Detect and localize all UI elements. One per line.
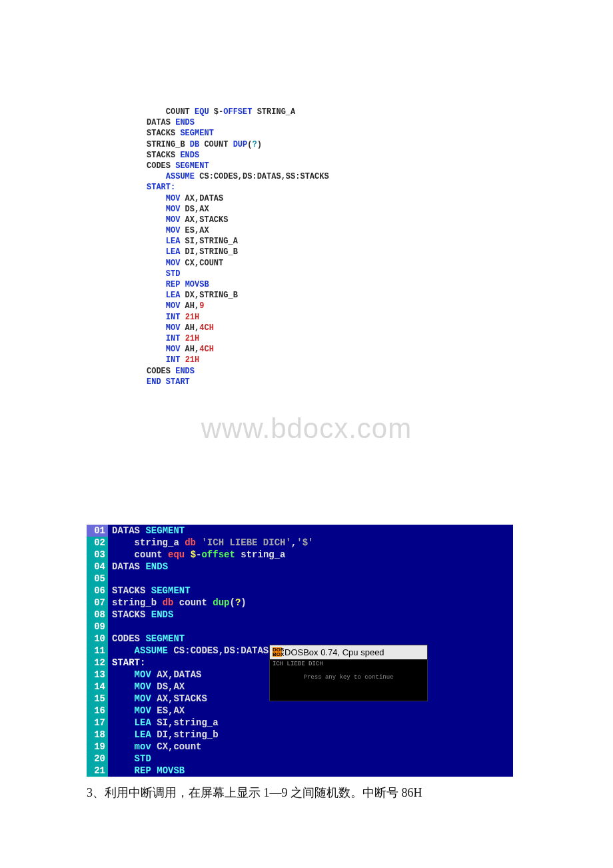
code-line: DATAS ENDS: [147, 117, 613, 128]
editor-row[interactable]: 06STACKS SEGMENT: [87, 585, 513, 597]
code-line: STD: [147, 269, 613, 279]
code-line: INT 21H: [147, 312, 613, 323]
watermark: www.bdocx.com: [0, 413, 613, 445]
code-line: MOV ES,AX: [147, 225, 613, 236]
line-number: 12: [87, 657, 108, 669]
code-line: ASSUME CS:CODES,DS:DATAS,SS:STACKS: [147, 171, 613, 182]
code-cell[interactable]: string_b db count dup(?): [108, 597, 513, 609]
line-number: 15: [87, 693, 108, 705]
dosbox-output-line: ICH LIEBE DICH: [273, 661, 424, 667]
editor-row[interactable]: 07string_b db count dup(?): [87, 597, 513, 609]
code-line: LEA SI,STRING_A: [147, 236, 613, 247]
line-number: 08: [87, 609, 108, 621]
code-line: STACKS ENDS: [147, 150, 613, 161]
editor-row[interactable]: 21 REP MOVSB: [87, 765, 513, 777]
line-number: 18: [87, 729, 108, 741]
line-number: 11: [87, 645, 108, 657]
editor-row[interactable]: 19 mov CX,count: [87, 741, 513, 753]
line-number: 19: [87, 741, 108, 753]
exercise-caption: 3、利用中断调用，在屏幕上显示 1—9 之间随机数。中断号 86H: [87, 785, 613, 801]
line-number: 04: [87, 561, 108, 573]
line-number: 14: [87, 681, 108, 693]
dosbox-title-text: DOSBox 0.74, Cpu speed: [285, 647, 384, 657]
code-cell[interactable]: LEA DI,string_b: [108, 729, 513, 741]
code-cell[interactable]: count equ $-offset string_a: [108, 549, 513, 561]
code-line: INT 21H: [147, 333, 613, 344]
code-line: MOV CX,COUNT: [147, 258, 613, 269]
code-cell[interactable]: CODES SEGMENT: [108, 633, 513, 645]
code-cell[interactable]: MOV ES,AX: [108, 705, 513, 717]
code-cell[interactable]: LEA SI,string_a: [108, 717, 513, 729]
code-line: CODES SEGMENT: [147, 161, 613, 171]
code-line: START:: [147, 182, 613, 193]
line-number: 07: [87, 597, 108, 609]
code-cell[interactable]: REP MOVSB: [108, 765, 513, 777]
code-line: STACKS SEGMENT: [147, 128, 613, 139]
line-number: 05: [87, 573, 108, 585]
code-line: MOV AX,STACKS: [147, 215, 613, 225]
editor-row[interactable]: 04DATAS ENDS: [87, 561, 513, 573]
code-editor-area: 01DATAS SEGMENT02 string_a db 'ICH LIEBE…: [87, 525, 513, 777]
code-line: COUNT EQU $-OFFSET STRING_A: [147, 107, 613, 117]
code-cell[interactable]: STACKS SEGMENT: [108, 585, 513, 597]
editor-row[interactable]: 09: [87, 621, 513, 633]
editor-row[interactable]: 05: [87, 573, 513, 585]
dosbox-window[interactable]: DOSBOX DOSBox 0.74, Cpu speed ICH LIEBE …: [269, 645, 428, 701]
line-number: 17: [87, 717, 108, 729]
dosbox-press-any-key: Press any key to continue: [273, 674, 424, 681]
code-line: MOV AX,DATAS: [147, 193, 613, 204]
code-line: STRING_B DB COUNT DUP(?): [147, 139, 613, 150]
code-cell[interactable]: DATAS SEGMENT: [108, 525, 513, 537]
code-cell[interactable]: [108, 573, 513, 585]
code-cell[interactable]: string_a db 'ICH LIEBE DICH','$': [108, 537, 513, 549]
line-number: 16: [87, 705, 108, 717]
code-line: LEA DI,STRING_B: [147, 247, 613, 257]
line-number: 03: [87, 549, 108, 561]
editor-row[interactable]: 03 count equ $-offset string_a: [87, 549, 513, 561]
line-number: 21: [87, 765, 108, 777]
line-number: 20: [87, 753, 108, 765]
code-cell[interactable]: STACKS ENDS: [108, 609, 513, 621]
line-number: 09: [87, 621, 108, 633]
line-number: 06: [87, 585, 108, 597]
editor-row[interactable]: 18 LEA DI,string_b: [87, 729, 513, 741]
code-line: MOV AH,4CH: [147, 344, 613, 355]
code-line: MOV DS,AX: [147, 204, 613, 215]
code-line: MOV AH,9: [147, 301, 613, 311]
code-line: INT 21H: [147, 355, 613, 365]
editor-row[interactable]: 01DATAS SEGMENT: [87, 525, 513, 537]
line-number: 10: [87, 633, 108, 645]
code-cell[interactable]: [108, 621, 513, 633]
dosbox-titlebar[interactable]: DOSBOX DOSBox 0.74, Cpu speed: [270, 645, 427, 659]
editor-row[interactable]: 20 STD: [87, 753, 513, 765]
editor-row[interactable]: 08STACKS ENDS: [87, 609, 513, 621]
line-number: 01: [87, 525, 108, 537]
code-line: END START: [147, 377, 613, 387]
code-cell[interactable]: STD: [108, 753, 513, 765]
dosbox-output: ICH LIEBE DICH Press any key to continue: [270, 659, 427, 701]
dosbox-icon: DOSBOX: [273, 647, 282, 657]
code-line: MOV AH,4CH: [147, 323, 613, 333]
code-line: CODES ENDS: [147, 366, 613, 377]
editor-row[interactable]: 16 MOV ES,AX: [87, 705, 513, 717]
editor-row[interactable]: 17 LEA SI,string_a: [87, 717, 513, 729]
code-line: LEA DX,STRING_B: [147, 290, 613, 301]
editor-row[interactable]: 02 string_a db 'ICH LIEBE DICH','$': [87, 537, 513, 549]
source-listing-1: COUNT EQU $-OFFSET STRING_ADATAS ENDSSTA…: [147, 107, 613, 387]
line-number: 02: [87, 537, 108, 549]
line-number: 13: [87, 669, 108, 681]
code-cell[interactable]: mov CX,count: [108, 741, 513, 753]
code-cell[interactable]: DATAS ENDS: [108, 561, 513, 573]
editor-row[interactable]: 10CODES SEGMENT: [87, 633, 513, 645]
code-line: REP MOVSB: [147, 279, 613, 290]
